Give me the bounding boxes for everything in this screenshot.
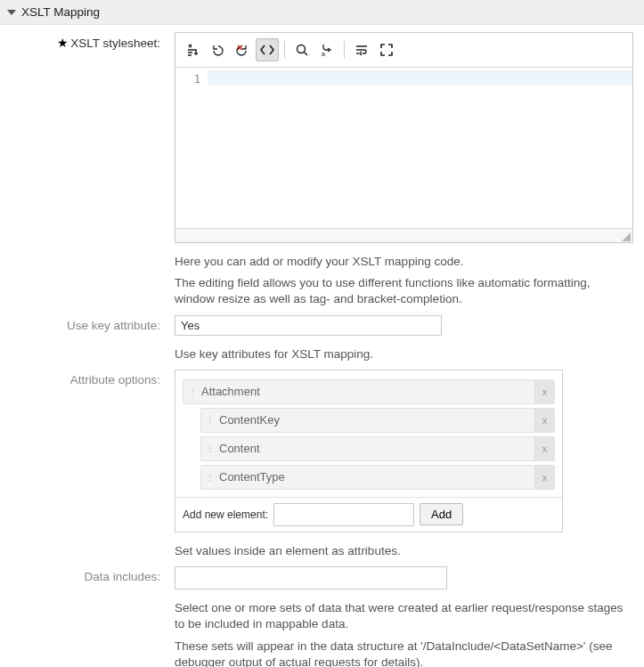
redo-cancel-icon[interactable] — [231, 38, 254, 61]
resize-grip-icon — [622, 232, 631, 241]
code-editor: a 1 — [175, 32, 633, 243]
section-title: XSLT Mapping — [21, 5, 100, 19]
add-button[interactable]: Add — [420, 503, 463, 525]
data-includes-label: Data includes: — [0, 566, 175, 583]
find-replace-icon[interactable]: a — [315, 38, 338, 61]
attribute-options-help: Set values inside an element as attribut… — [175, 543, 633, 559]
drag-handle-icon[interactable]: ⋮ — [201, 472, 217, 482]
word-wrap-icon[interactable] — [350, 38, 373, 61]
editor-gutter: 1 — [175, 68, 208, 228]
attribute-item-label: Attachment — [200, 385, 534, 398]
section-header[interactable]: XSLT Mapping — [0, 0, 644, 25]
add-element-row: Add new element: Add — [175, 497, 562, 532]
remove-item-button[interactable]: x — [534, 409, 554, 432]
xslt-stylesheet-label: ★XSLT stylesheet: — [0, 32, 175, 50]
attribute-item-label: Content — [217, 442, 534, 455]
data-includes-help-1: Select one or more sets of data that wer… — [175, 600, 633, 632]
code-view-icon[interactable] — [256, 38, 279, 61]
use-key-attribute-value: Yes — [181, 319, 200, 332]
editor-toolbar: a — [175, 33, 632, 68]
use-key-help: Use key attributes for XSLT mapping. — [175, 346, 633, 362]
search-icon[interactable] — [290, 38, 314, 61]
data-includes-help-2: These sets will appear in the data struc… — [175, 639, 633, 667]
autoformat-icon[interactable] — [181, 38, 204, 61]
attribute-item-label: ContentType — [217, 470, 534, 484]
required-star-icon: ★ — [57, 37, 69, 50]
attribute-options-panel: ⋮Attachmentx⋮ContentKeyx⋮Contentx⋮Conten… — [175, 370, 563, 533]
drag-handle-icon[interactable]: ⋮ — [201, 415, 217, 425]
use-key-attribute-label: Use key attribute: — [0, 315, 175, 332]
drag-handle-icon[interactable]: ⋮ — [183, 386, 200, 396]
xslt-help-1: Here you can add or modify your XSLT map… — [175, 254, 633, 270]
attribute-item[interactable]: ⋮ContentKeyx — [200, 408, 555, 433]
svg-point-0 — [298, 45, 306, 53]
attribute-item[interactable]: ⋮Contentx — [200, 436, 555, 461]
svg-text:a: a — [322, 51, 325, 57]
remove-item-button[interactable]: x — [534, 466, 554, 489]
attribute-item-label: ContentKey — [217, 413, 534, 427]
active-line-highlight — [208, 70, 632, 85]
editor-textarea[interactable] — [208, 68, 632, 228]
attribute-item[interactable]: ⋮Attachmentx — [183, 379, 555, 404]
add-element-label: Add new element: — [183, 508, 268, 521]
remove-item-button[interactable]: x — [534, 380, 554, 403]
drag-handle-icon[interactable]: ⋮ — [201, 443, 217, 453]
editor-resize-handle[interactable] — [175, 228, 632, 242]
toolbar-separator — [284, 41, 285, 59]
use-key-attribute-select[interactable]: Yes — [175, 315, 442, 336]
add-element-input[interactable] — [273, 503, 414, 526]
chevron-down-icon — [7, 10, 16, 15]
data-includes-input[interactable] — [175, 566, 447, 590]
toolbar-separator — [344, 41, 345, 59]
line-number: 1 — [175, 73, 200, 85]
attribute-options-label: Attribute options: — [0, 370, 175, 386]
fullscreen-icon[interactable] — [375, 38, 398, 61]
remove-item-button[interactable]: x — [534, 437, 554, 460]
undo-icon[interactable] — [206, 38, 229, 61]
xslt-help-2: The editing field allows you to use diff… — [175, 275, 633, 307]
attribute-item[interactable]: ⋮ContentTypex — [200, 465, 555, 490]
